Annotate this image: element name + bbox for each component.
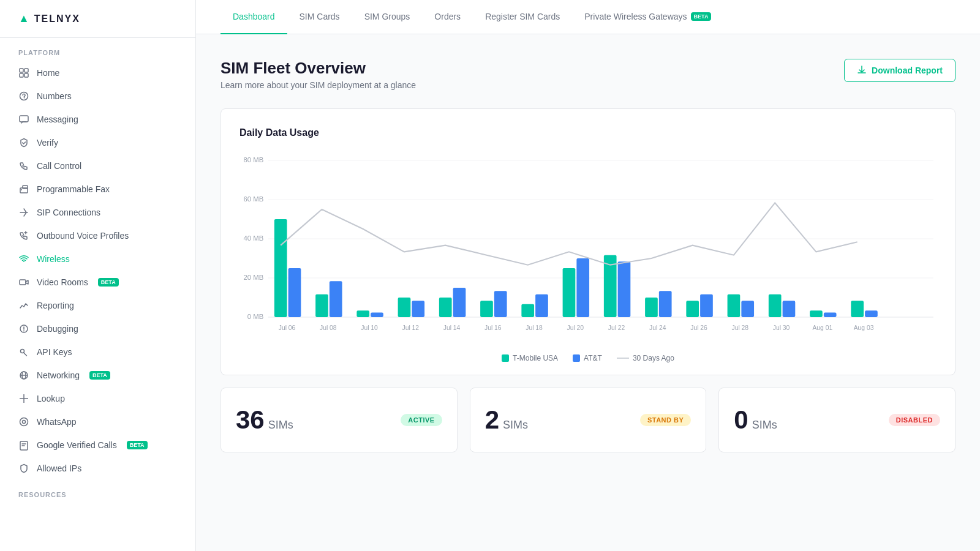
svg-text:Jul 30: Jul 30 [773,324,790,331]
logo[interactable]: ▲ TELNYX [0,0,195,38]
svg-text:Jul 22: Jul 22 [608,324,625,331]
sidebar-item-whatsapp[interactable]: WhatsApp [0,410,195,433]
sidebar-item-api-keys[interactable]: API Keys [0,340,195,364]
sidebar-item-outbound-voice[interactable]: Outbound Voice Profiles [0,224,195,247]
svg-text:Jul 08: Jul 08 [320,324,337,331]
sidebar-item-wireless-label: Wireless [37,254,70,264]
fax-icon [18,184,29,195]
sidebar-item-messaging-label: Messaging [37,114,78,124]
sidebar-item-sip[interactable]: SIP Connections [0,201,195,224]
svg-text:20 MB: 20 MB [243,274,263,281]
svg-rect-34 [371,313,383,317]
svg-rect-32 [330,281,342,317]
nav-register-sim[interactable]: Register SIM Cards [473,0,572,34]
sidebar-item-verify-label: Verify [37,138,58,148]
sidebar-item-lookup-label: Lookup [37,394,65,403]
svg-rect-56 [824,313,837,317]
svg-rect-35 [398,298,411,317]
tmobile-label: T-Mobile USA [513,354,558,362]
svg-text:Jul 16: Jul 16 [484,324,502,331]
stat-active-badge: ACTIVE [401,414,442,426]
sidebar-item-allowed-ips-label: Allowed IPs [37,463,81,473]
nav-dashboard[interactable]: Dashboard [221,0,287,34]
svg-point-16 [20,418,28,426]
svg-rect-3 [24,73,28,77]
svg-rect-7 [23,186,28,189]
svg-text:0 MB: 0 MB [247,313,264,320]
svg-text:Jul 18: Jul 18 [526,324,543,331]
nav-sim-cards[interactable]: SIM Cards [287,0,352,34]
whatsapp-icon [18,416,29,427]
svg-text:80 MB: 80 MB [243,156,263,163]
logo-text: TELNYX [34,13,80,24]
svg-rect-37 [439,298,452,317]
stat-active-number: 36 SIMs [236,405,293,435]
sidebar-item-call-control[interactable]: Call Control [0,154,195,178]
download-report-button[interactable]: Download Report [844,59,956,82]
svg-rect-31 [315,294,328,317]
chart-svg: 80 MB 60 MB 40 MB 20 MB 0 MB [239,151,937,347]
sidebar-item-allowed-ips[interactable]: Allowed IPs [0,457,195,480]
svg-rect-2 [20,73,23,77]
svg-rect-36 [412,301,424,317]
sidebar-item-debugging-label: Debugging [37,324,78,334]
chart-container: 80 MB 60 MB 40 MB 20 MB 0 MB [239,151,937,347]
svg-rect-39 [480,301,493,317]
att-label: AT&T [584,354,602,362]
sidebar-item-networking-label: Networking [37,370,80,380]
legend-tmobile: T-Mobile USA [502,354,558,362]
home-icon [18,67,29,78]
sidebar-item-networking[interactable]: Networking BETA [0,364,195,387]
api-keys-icon [18,347,29,358]
sidebar-item-home[interactable]: Home [0,61,195,84]
wireless-icon [18,253,29,264]
svg-rect-48 [659,291,672,317]
sidebar-item-debugging[interactable]: Debugging [0,317,195,340]
svg-rect-54 [783,301,796,317]
resources-label: RESOURCES [0,480,195,503]
google-verified-calls-icon [18,440,29,451]
sidebar-item-messaging[interactable]: Messaging [0,108,195,131]
sidebar-item-wireless[interactable]: Wireless [0,247,195,271]
legend-30days: 30 Days Ago [617,354,674,362]
sidebar-item-programmable-fax[interactable]: Programmable Fax [0,178,195,201]
sip-icon [18,207,29,218]
call-control-icon [18,160,29,171]
sidebar-item-lookup[interactable]: Lookup [0,387,195,410]
svg-text:Jul 12: Jul 12 [402,324,420,331]
svg-text:Aug 01: Aug 01 [812,324,832,331]
main-content: Dashboard SIM Cards SIM Groups Orders Re… [196,0,980,551]
sidebar-item-numbers[interactable]: Numbers [0,84,195,108]
sidebar-item-google-verified-calls[interactable]: Google Verified Calls BETA [0,433,195,457]
svg-text:Jul 06: Jul 06 [279,324,296,331]
svg-rect-40 [494,291,507,317]
stat-standby-badge: STAND BY [640,414,691,426]
stat-disabled-number: 0 SIMs [734,405,777,435]
svg-rect-47 [645,298,658,317]
logo-icon: ▲ [18,12,29,25]
nav-orders[interactable]: Orders [422,0,473,34]
svg-rect-44 [576,258,589,317]
sidebar-item-reporting[interactable]: Reporting [0,294,195,317]
svg-rect-29 [274,219,287,317]
svg-rect-46 [618,261,631,317]
svg-rect-5 [20,116,28,122]
private-wireless-beta-badge: BETA [691,12,712,21]
verify-icon [18,137,29,148]
nav-private-wireless[interactable]: Private Wireless Gateways BETA [572,0,723,34]
svg-rect-50 [700,294,713,317]
sidebar-item-verify[interactable]: Verify [0,131,195,154]
svg-rect-38 [453,288,466,317]
sidebar-item-video-rooms[interactable]: Video Rooms BETA [0,271,195,294]
gvc-beta-badge: BETA [127,441,148,449]
nav-sim-groups[interactable]: SIM Groups [352,0,423,34]
sidebar-item-reporting-label: Reporting [37,301,74,310]
chart-legend: T-Mobile USA AT&T 30 Days Ago [239,354,937,362]
numbers-icon [18,91,29,102]
svg-text:40 MB: 40 MB [243,234,263,242]
svg-text:60 MB: 60 MB [243,195,263,203]
chart-title: Daily Data Usage [239,127,937,138]
stat-disabled-unit: SIMs [752,419,777,432]
stat-card-disabled: 0 SIMs DISABLED [718,388,956,452]
sidebar-item-numbers-label: Numbers [37,91,72,101]
